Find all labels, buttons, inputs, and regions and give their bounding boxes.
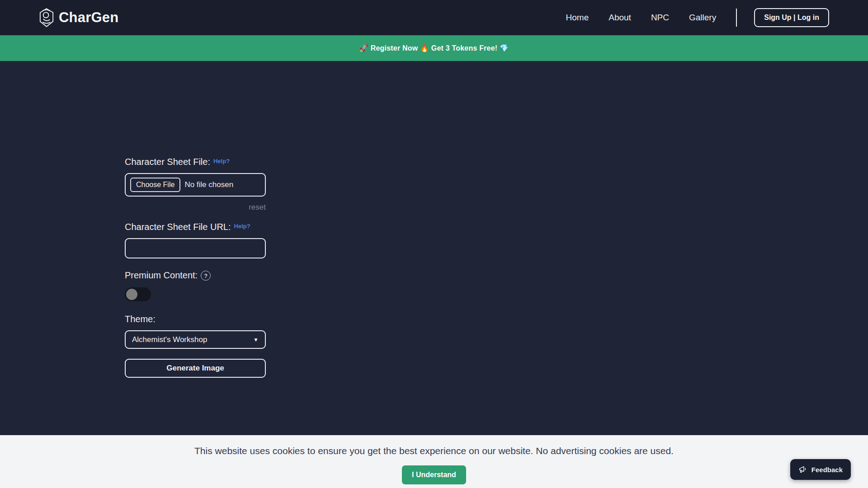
nav-link-npc[interactable]: NPC	[651, 13, 669, 23]
promo-banner[interactable]: 🚀 Register Now 🔥 Get 3 Tokens Free! 💎	[0, 35, 868, 61]
url-help-link[interactable]: Help?	[234, 223, 250, 230]
chevron-down-icon: ▼	[253, 337, 259, 343]
feedback-button[interactable]: Feedback	[790, 459, 851, 480]
promo-banner-text: 🚀 Register Now 🔥 Get 3 Tokens Free! 💎	[359, 44, 509, 52]
cookie-accept-button[interactable]: I Understand	[402, 465, 466, 484]
nav-right: Home About NPC Gallery Sign Up | Log in	[566, 8, 829, 27]
file-status-text: No file chosen	[184, 180, 233, 189]
theme-label: Theme:	[125, 314, 156, 324]
nav-link-gallery[interactable]: Gallery	[689, 13, 716, 23]
brand[interactable]: CharGen	[39, 8, 118, 28]
file-help-link[interactable]: Help?	[213, 158, 230, 164]
generator-form: Character Sheet File: Help? Choose File …	[125, 157, 266, 378]
theme-selected-value: Alchemist's Workshop	[132, 335, 207, 344]
premium-help-icon[interactable]: ?	[201, 271, 211, 281]
nav-link-about[interactable]: About	[609, 13, 631, 23]
top-navbar: CharGen Home About NPC Gallery Sign Up |…	[0, 0, 868, 35]
chargen-logo-icon	[39, 8, 54, 28]
reset-link[interactable]: reset	[249, 203, 266, 211]
nav-links: Home About NPC Gallery	[566, 13, 717, 23]
choose-file-button[interactable]: Choose File	[130, 178, 180, 192]
premium-toggle-knob	[126, 289, 137, 300]
cookie-consent-bar: This website uses cookies to ensure you …	[0, 435, 868, 488]
nav-divider	[736, 9, 737, 27]
feedback-button-label: Feedback	[811, 466, 843, 474]
signup-login-button[interactable]: Sign Up | Log in	[754, 8, 829, 27]
url-field-label: Character Sheet File URL:	[125, 222, 231, 232]
file-field-label: Character Sheet File:	[125, 157, 210, 167]
megaphone-icon	[798, 465, 807, 474]
cookie-message: This website uses cookies to ensure you …	[194, 446, 674, 456]
premium-label: Premium Content:	[125, 270, 198, 281]
brand-name: CharGen	[59, 9, 118, 26]
premium-toggle[interactable]	[125, 287, 151, 301]
generate-image-button[interactable]: Generate Image	[125, 359, 266, 378]
url-input[interactable]	[125, 238, 266, 258]
theme-select[interactable]: Alchemist's Workshop ▼	[125, 330, 266, 349]
main-content: Character Sheet File: Help? Choose File …	[0, 61, 868, 435]
nav-link-home[interactable]: Home	[566, 13, 589, 23]
file-input[interactable]: Choose File No file chosen	[125, 173, 266, 197]
